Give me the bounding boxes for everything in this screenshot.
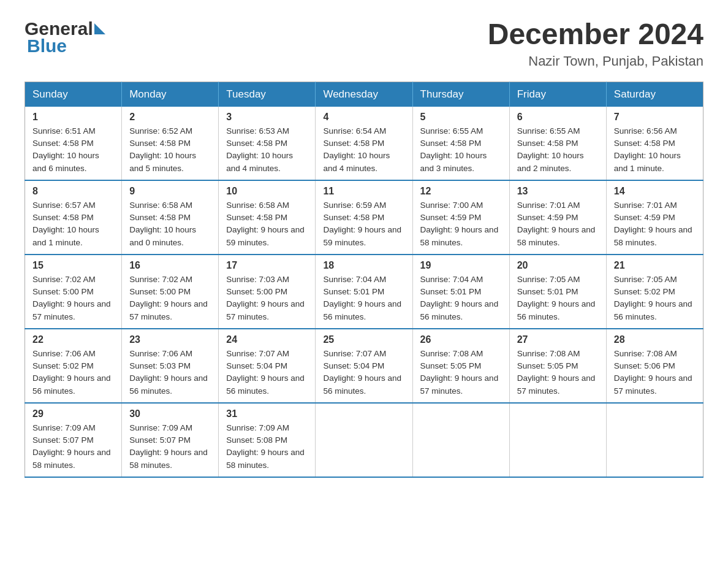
day-info: Sunrise: 7:09 AMSunset: 5:08 PMDaylight:… (226, 422, 308, 472)
week-row-1: 1Sunrise: 6:51 AMSunset: 4:58 PMDaylight… (25, 107, 703, 180)
day-info: Sunrise: 6:59 AMSunset: 4:58 PMDaylight:… (323, 199, 404, 249)
day-number: 4 (323, 112, 404, 123)
day-info: Sunrise: 7:00 AMSunset: 4:59 PMDaylight:… (420, 199, 502, 249)
calendar-cell (316, 403, 412, 477)
day-info: Sunrise: 7:03 AMSunset: 5:00 PMDaylight:… (226, 274, 308, 323)
weekday-header-thursday: Thursday (412, 82, 509, 107)
day-info: Sunrise: 6:55 AMSunset: 4:58 PMDaylight:… (517, 125, 599, 175)
day-number: 24 (226, 334, 308, 345)
day-info: Sunrise: 7:09 AMSunset: 5:07 PMDaylight:… (129, 422, 211, 472)
day-info: Sunrise: 7:07 AMSunset: 5:04 PMDaylight:… (226, 348, 308, 397)
day-number: 10 (226, 186, 308, 197)
calendar-cell (606, 403, 703, 477)
day-info: Sunrise: 6:58 AMSunset: 4:58 PMDaylight:… (129, 199, 211, 249)
location-text: Nazir Town, Punjab, Pakistan (488, 53, 703, 69)
day-info: Sunrise: 7:02 AMSunset: 5:00 PMDaylight:… (129, 274, 211, 323)
day-info: Sunrise: 6:58 AMSunset: 4:58 PMDaylight:… (226, 199, 308, 249)
day-info: Sunrise: 7:07 AMSunset: 5:04 PMDaylight:… (323, 348, 404, 397)
weekday-header-saturday: Saturday (606, 82, 703, 107)
day-info: Sunrise: 7:08 AMSunset: 5:05 PMDaylight:… (420, 348, 502, 397)
day-number: 7 (614, 112, 696, 123)
month-title: December 2024 (488, 18, 703, 51)
calendar-cell (412, 403, 509, 477)
calendar-cell: 2Sunrise: 6:52 AMSunset: 4:58 PMDaylight… (122, 107, 219, 180)
day-number: 12 (420, 186, 502, 197)
calendar-cell: 21Sunrise: 7:05 AMSunset: 5:02 PMDayligh… (606, 255, 703, 329)
day-number: 25 (323, 334, 404, 345)
week-row-5: 29Sunrise: 7:09 AMSunset: 5:07 PMDayligh… (25, 403, 703, 477)
calendar-cell: 9Sunrise: 6:58 AMSunset: 4:58 PMDaylight… (122, 180, 219, 255)
day-info: Sunrise: 6:53 AMSunset: 4:58 PMDaylight:… (226, 125, 308, 175)
day-info: Sunrise: 6:51 AMSunset: 4:58 PMDaylight:… (32, 125, 114, 175)
day-info: Sunrise: 6:52 AMSunset: 4:58 PMDaylight:… (129, 125, 211, 175)
weekday-header-row: SundayMondayTuesdayWednesdayThursdayFrid… (25, 82, 703, 107)
day-number: 2 (129, 112, 211, 123)
weekday-header-wednesday: Wednesday (316, 82, 412, 107)
day-number: 8 (32, 186, 114, 197)
day-info: Sunrise: 7:02 AMSunset: 5:00 PMDaylight:… (32, 274, 114, 323)
day-info: Sunrise: 7:05 AMSunset: 5:02 PMDaylight:… (614, 274, 696, 323)
weekday-header-tuesday: Tuesday (219, 82, 316, 107)
calendar-cell: 15Sunrise: 7:02 AMSunset: 5:00 PMDayligh… (25, 255, 122, 329)
calendar-cell: 7Sunrise: 6:56 AMSunset: 4:58 PMDaylight… (606, 107, 703, 180)
day-info: Sunrise: 7:06 AMSunset: 5:02 PMDaylight:… (32, 348, 114, 397)
day-number: 30 (129, 408, 211, 419)
day-info: Sunrise: 7:05 AMSunset: 5:01 PMDaylight:… (517, 274, 599, 323)
day-info: Sunrise: 7:08 AMSunset: 5:06 PMDaylight:… (614, 348, 696, 397)
day-info: Sunrise: 6:56 AMSunset: 4:58 PMDaylight:… (614, 125, 696, 175)
weekday-header-sunday: Sunday (25, 82, 122, 107)
day-info: Sunrise: 7:09 AMSunset: 5:07 PMDaylight:… (32, 422, 114, 472)
calendar-cell: 17Sunrise: 7:03 AMSunset: 5:00 PMDayligh… (219, 255, 316, 329)
day-info: Sunrise: 7:01 AMSunset: 4:59 PMDaylight:… (517, 199, 599, 249)
calendar-cell: 1Sunrise: 6:51 AMSunset: 4:58 PMDaylight… (25, 107, 122, 180)
calendar-cell: 19Sunrise: 7:04 AMSunset: 5:01 PMDayligh… (412, 255, 509, 329)
calendar-cell: 3Sunrise: 6:53 AMSunset: 4:58 PMDaylight… (219, 107, 316, 180)
calendar-cell: 25Sunrise: 7:07 AMSunset: 5:04 PMDayligh… (316, 329, 412, 403)
day-number: 18 (323, 260, 404, 271)
day-number: 16 (129, 260, 211, 271)
day-number: 26 (420, 334, 502, 345)
calendar-cell: 18Sunrise: 7:04 AMSunset: 5:01 PMDayligh… (316, 255, 412, 329)
calendar-cell: 27Sunrise: 7:08 AMSunset: 5:05 PMDayligh… (509, 329, 606, 403)
calendar-cell: 23Sunrise: 7:06 AMSunset: 5:03 PMDayligh… (122, 329, 219, 403)
day-info: Sunrise: 6:54 AMSunset: 4:58 PMDaylight:… (323, 125, 404, 175)
day-number: 1 (32, 112, 114, 123)
day-number: 6 (517, 112, 599, 123)
calendar-cell: 5Sunrise: 6:55 AMSunset: 4:58 PMDaylight… (412, 107, 509, 180)
calendar-cell: 10Sunrise: 6:58 AMSunset: 4:58 PMDayligh… (219, 180, 316, 255)
day-number: 14 (614, 186, 696, 197)
calendar-cell (509, 403, 606, 477)
day-number: 20 (517, 260, 599, 271)
calendar-cell: 4Sunrise: 6:54 AMSunset: 4:58 PMDaylight… (316, 107, 412, 180)
day-info: Sunrise: 7:04 AMSunset: 5:01 PMDaylight:… (420, 274, 502, 323)
day-info: Sunrise: 7:04 AMSunset: 5:01 PMDaylight:… (323, 274, 404, 323)
day-info: Sunrise: 7:08 AMSunset: 5:05 PMDaylight:… (517, 348, 599, 397)
day-number: 22 (32, 334, 114, 345)
day-number: 19 (420, 260, 502, 271)
week-row-4: 22Sunrise: 7:06 AMSunset: 5:02 PMDayligh… (25, 329, 703, 403)
weekday-header-monday: Monday (122, 82, 219, 107)
day-number: 11 (323, 186, 404, 197)
week-row-3: 15Sunrise: 7:02 AMSunset: 5:00 PMDayligh… (25, 255, 703, 329)
weekday-header-friday: Friday (509, 82, 606, 107)
day-number: 31 (226, 408, 308, 419)
page-header: General Blue December 2024 Nazir Town, P… (25, 18, 703, 69)
day-info: Sunrise: 7:01 AMSunset: 4:59 PMDaylight:… (614, 199, 696, 249)
calendar-cell: 8Sunrise: 6:57 AMSunset: 4:58 PMDaylight… (25, 180, 122, 255)
day-number: 29 (32, 408, 114, 419)
calendar-cell: 26Sunrise: 7:08 AMSunset: 5:05 PMDayligh… (412, 329, 509, 403)
week-row-2: 8Sunrise: 6:57 AMSunset: 4:58 PMDaylight… (25, 180, 703, 255)
day-number: 17 (226, 260, 308, 271)
day-info: Sunrise: 7:06 AMSunset: 5:03 PMDaylight:… (129, 348, 211, 397)
day-number: 28 (614, 334, 696, 345)
calendar-cell: 31Sunrise: 7:09 AMSunset: 5:08 PMDayligh… (219, 403, 316, 477)
calendar-cell: 6Sunrise: 6:55 AMSunset: 4:58 PMDaylight… (509, 107, 606, 180)
calendar-cell: 12Sunrise: 7:00 AMSunset: 4:59 PMDayligh… (412, 180, 509, 255)
calendar-table: SundayMondayTuesdayWednesdayThursdayFrid… (25, 82, 703, 478)
calendar-cell: 22Sunrise: 7:06 AMSunset: 5:02 PMDayligh… (25, 329, 122, 403)
calendar-cell: 16Sunrise: 7:02 AMSunset: 5:00 PMDayligh… (122, 255, 219, 329)
day-number: 3 (226, 112, 308, 123)
day-number: 9 (129, 186, 211, 197)
day-number: 21 (614, 260, 696, 271)
calendar-cell: 13Sunrise: 7:01 AMSunset: 4:59 PMDayligh… (509, 180, 606, 255)
